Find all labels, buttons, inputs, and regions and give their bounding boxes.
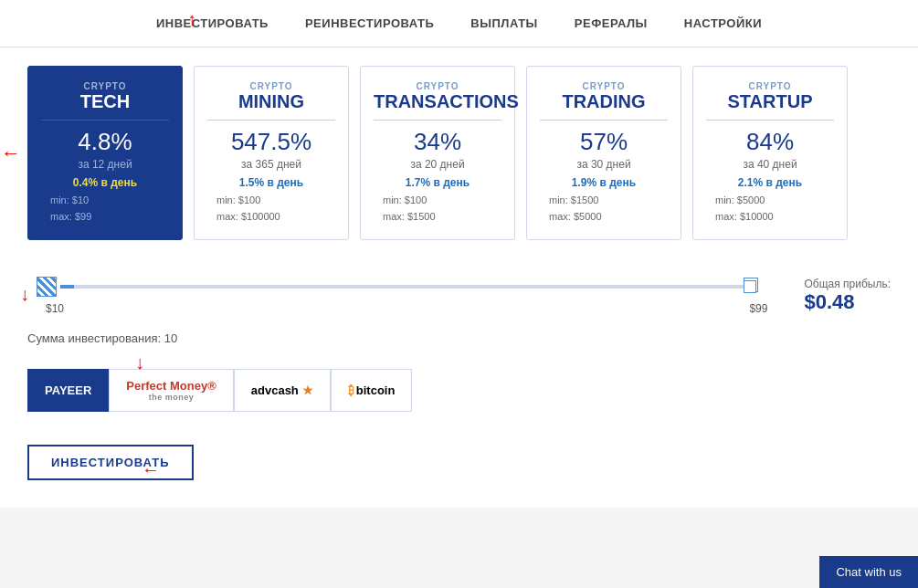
card-tech-min-value: $10 — [72, 194, 89, 205]
slider-profit-area: Общая прибыль: $0.48 — [804, 278, 891, 314]
card-startup-minmax: min: $5000 max: $10000 — [706, 193, 834, 225]
card-tech-perday: 0.4% в день — [41, 176, 169, 189]
card-tech-title: TECH — [41, 91, 169, 112]
card-tx-perday: 1.7% в день — [374, 176, 501, 189]
card-trading-max-label: max: — [549, 211, 571, 222]
card-arrow-left: ← — [1, 142, 21, 165]
slider-profit-label: Общая прибыль: — [804, 278, 891, 290]
card-crypto-mining[interactable]: CRYPTO MINING 547.5% за 365 дней 1.5% в … — [194, 66, 349, 240]
slider-max-label: $99 — [749, 302, 767, 315]
invest-amount-label: Сумма инвестирования: — [27, 331, 161, 345]
bitcoin-label: bitcoin — [356, 383, 396, 397]
card-startup-max-value: $10000 — [740, 211, 774, 222]
card-startup-min-value: $5000 — [737, 194, 765, 205]
payment-arrow: ↓ — [135, 352, 144, 373]
nav-invest[interactable]: ИНВЕСТИРОВАТЬ — [156, 16, 269, 30]
card-crypto-trading[interactable]: CRYPTO TRADING 57% за 30 дней 1.9% в ден… — [526, 66, 681, 240]
card-tx-max-value: $1500 — [407, 211, 436, 222]
card-tx-crypto-label: CRYPTO — [374, 81, 501, 91]
perfect-money-button[interactable]: Perfect Money® the money — [109, 369, 233, 412]
card-tx-title: TRANSACTIONS — [374, 91, 501, 112]
card-crypto-tech[interactable]: ← CRYPTO TECH 4.8% за 12 дней 0.4% в ден… — [27, 66, 183, 240]
card-trading-max-value: $5000 — [574, 211, 602, 222]
card-tech-min-label: min: — [50, 194, 69, 205]
perfect-money-logo: Perfect Money® the money — [126, 379, 216, 402]
card-startup-crypto-label: CRYPTO — [706, 81, 834, 91]
invest-arrow: ← — [142, 458, 160, 479]
payeer-label: PAYEER — [45, 383, 91, 397]
slider-end-box — [744, 280, 756, 293]
card-tech-crypto-label: CRYPTO — [41, 81, 169, 91]
card-startup-perday: 2.1% в день — [706, 176, 834, 189]
card-tx-percent: 34% — [374, 128, 501, 156]
card-tx-min-label: min: — [383, 194, 402, 205]
card-trading-min-value: $1500 — [571, 194, 599, 205]
card-mining-days: за 365 дней — [207, 158, 335, 171]
perfect-money-sublabel: the money — [149, 393, 195, 402]
invest-button[interactable]: ИНВЕСТИРОВАТЬ — [27, 445, 194, 480]
card-crypto-transactions[interactable]: CRYPTO TRANSACTIONS 34% за 20 дней 1.7% … — [360, 66, 515, 240]
card-trading-crypto-label: CRYPTO — [540, 81, 668, 91]
advcash-label: advcash — [251, 383, 299, 397]
bitcoin-symbol-icon: ₿ — [348, 383, 354, 397]
invest-button-section: ← ИНВЕСТИРОВАТЬ — [0, 430, 918, 508]
card-startup-title: STARTUP — [706, 91, 834, 112]
nav-settings[interactable]: НАСТРОЙКИ — [684, 16, 762, 30]
card-trading-divider — [540, 120, 668, 121]
card-tech-max-value: $99 — [75, 211, 91, 222]
card-startup-min-label: min: — [715, 194, 734, 205]
advcash-button[interactable]: advcash ★ — [234, 369, 331, 412]
card-mining-title: MINING — [207, 91, 335, 112]
card-tx-divider — [374, 120, 501, 121]
slider-arrow: ↓ — [20, 284, 29, 305]
card-tech-days: за 12 дней — [41, 158, 169, 171]
slider-profit-value: $0.48 — [804, 290, 891, 314]
slider-min-label: $10 — [46, 302, 64, 315]
card-mining-minmax: min: $100 max: $100000 — [207, 193, 335, 225]
card-tech-minmax: min: $10 max: $99 — [41, 193, 169, 225]
navigation: ↑ ИНВЕСТИРОВАТЬ РЕИНВЕСТИРОВАТЬ ВЫПЛАТЫ … — [0, 0, 918, 47]
card-trading-days: за 30 дней — [540, 158, 668, 171]
nav-referrals[interactable]: РЕФЕРАЛЫ — [575, 16, 648, 30]
bitcoin-button[interactable]: ₿ bitcoin — [331, 369, 413, 412]
card-startup-max-label: max: — [715, 211, 737, 222]
card-mining-min-label: min: — [216, 194, 236, 205]
card-tech-percent: 4.8% — [41, 128, 169, 156]
card-trading-perday: 1.9% в день — [540, 176, 668, 189]
card-tech-max-label: max: — [50, 211, 72, 222]
card-trading-min-label: min: — [549, 194, 568, 205]
cards-section: ← CRYPTO TECH 4.8% за 12 дней 0.4% в ден… — [0, 47, 918, 258]
payeer-button[interactable]: PAYEER — [27, 369, 109, 412]
nav-reinvest[interactable]: РЕИНВЕСТИРОВАТЬ — [305, 16, 434, 30]
slider-row-outer — [37, 277, 776, 297]
slider-labels: $10 $99 — [46, 302, 767, 315]
card-trading-minmax: min: $1500 max: $5000 — [540, 193, 668, 225]
card-mining-percent: 547.5% — [207, 128, 335, 156]
nav-arrow: ↑ — [187, 9, 196, 30]
slider-start-icon — [37, 277, 57, 297]
card-trading-title: TRADING — [540, 91, 668, 112]
card-mining-max-value: $100000 — [241, 211, 280, 222]
card-tx-minmax: min: $100 max: $1500 — [374, 193, 501, 225]
slider-section: ↓ $10 $99 Общая прибыль: $0.48 — [0, 258, 918, 324]
invest-amount-value: 10 — [164, 331, 177, 345]
nav-payouts[interactable]: ВЫПЛАТЫ — [470, 16, 538, 30]
payment-section: ↓ PAYEER Perfect Money® the money advcas… — [0, 360, 918, 430]
card-mining-perday: 1.5% в день — [207, 176, 335, 189]
card-mining-divider — [207, 120, 335, 121]
advcash-star-icon: ★ — [302, 383, 313, 397]
card-mining-crypto-label: CRYPTO — [207, 81, 335, 91]
slider-track[interactable] — [60, 285, 745, 289]
card-startup-percent: 84% — [706, 128, 834, 156]
card-startup-days: за 40 дней — [706, 158, 834, 171]
card-trading-percent: 57% — [540, 128, 668, 156]
slider-fill — [60, 285, 74, 289]
card-mining-max-label: max: — [216, 211, 238, 222]
card-tech-divider — [41, 120, 169, 121]
card-crypto-startup[interactable]: CRYPTO STARTUP 84% за 40 дней 2.1% в ден… — [692, 66, 848, 240]
card-tx-max-label: max: — [383, 211, 405, 222]
card-mining-min-value: $100 — [238, 194, 260, 205]
card-tx-min-value: $100 — [405, 194, 427, 205]
card-tx-days: за 20 дней — [374, 158, 501, 171]
perfect-money-label: Perfect Money® — [126, 379, 216, 393]
